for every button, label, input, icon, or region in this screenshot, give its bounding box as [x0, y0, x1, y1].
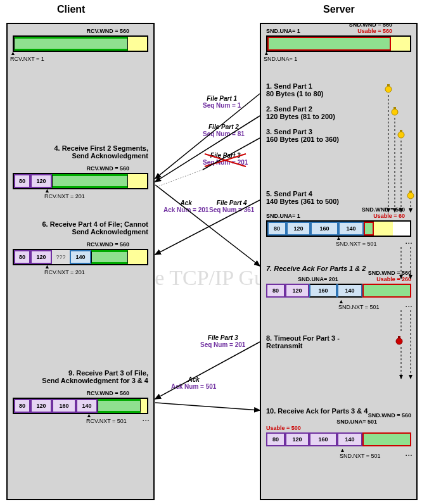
- segment-80: 80: [14, 174, 30, 188]
- server-title: Server: [323, 4, 355, 15]
- server-window-3: SND.UNA= 201 SND.WND = 560 Usable = 260 …: [266, 284, 411, 298]
- snd-nxt-ptr: SND.NXT = 501: [340, 448, 381, 459]
- svg-rect-7: [409, 191, 412, 192]
- usable-label: Usable = 60: [373, 213, 405, 219]
- segment-80: 80: [267, 222, 286, 236]
- client-window-4: RCV.WND = 560 80 120 160 140 ... RCV.NXT…: [13, 398, 148, 414]
- segment-80: 80: [266, 284, 285, 298]
- timer-icon: [396, 129, 406, 139]
- step-3: 3. Send Part 3 160 Bytes (201 to 360): [266, 128, 411, 143]
- snd-una-label: SND.UNA= 1: [266, 213, 300, 219]
- svg-point-4: [398, 132, 404, 138]
- segment-140: 140: [70, 250, 91, 264]
- svg-line-17: [155, 185, 260, 266]
- ellipsis-icon: ...: [142, 413, 150, 423]
- segment-gap: ???: [52, 250, 70, 264]
- rcv-wnd-label: RCV.WND = 560: [87, 165, 129, 172]
- svg-rect-9: [398, 336, 400, 338]
- step-9: 9. Receive Part 3 of File, Send Acknowle…: [13, 369, 148, 384]
- snd-una-ptr: SND.UNA= 1: [264, 51, 297, 62]
- segment-140: 140: [337, 284, 362, 298]
- segment-140: 140: [76, 399, 98, 413]
- snd-wnd-label: SND.WND = 560: [362, 206, 405, 213]
- snd-wnd-label: SND.WND = 560: [368, 270, 411, 276]
- segment-140: 140: [337, 432, 362, 446]
- msg-ack1: AckAck Num = 201: [163, 199, 208, 213]
- svg-rect-1: [387, 84, 390, 86]
- segment-120: 120: [285, 432, 309, 446]
- timer-icon: [406, 190, 416, 200]
- segment-120: 120: [30, 174, 52, 188]
- client-title: Client: [57, 4, 85, 15]
- msg-ack2: AckAck Num = 501: [171, 376, 216, 390]
- segment-120: 120: [30, 250, 52, 264]
- segment-120: 120: [30, 399, 52, 413]
- step-4: 4. Receive First 2 Segments, Send Acknow…: [13, 144, 148, 160]
- svg-rect-5: [400, 130, 402, 132]
- msg-filepart3r: File Part 3Seq Num = 201: [200, 334, 245, 348]
- segment-80: 80: [14, 250, 30, 264]
- segment-80: 80: [266, 432, 285, 446]
- client-window-1: RCV.WND = 560 RCV.NXT = 1: [13, 35, 148, 52]
- timer-icon-expired: [394, 336, 404, 346]
- snd-una-label: SND.UNA= 501: [336, 419, 377, 425]
- timer-icon: [383, 84, 393, 94]
- client-column: RCV.WND = 560 RCV.NXT = 1 4. Receive Fir…: [6, 23, 155, 500]
- server-window-1: SND.UNA= 1 SND.WND = 560 Usable = 560 SN…: [266, 35, 411, 52]
- rcv-nxt-ptr: RCV.NXT = 501: [86, 413, 127, 424]
- svg-line-19: [155, 403, 260, 410]
- usable-label: Usable = 500: [266, 425, 301, 431]
- msg-filepart2: File Part 2Seq Num = 81: [203, 123, 245, 137]
- rcv-nxt-ptr: RCV.NXT = 201: [44, 188, 85, 199]
- step-5: 5. Send Part 4 140 Bytes (361 to 500): [266, 190, 411, 205]
- svg-point-8: [396, 338, 402, 344]
- segment-80: 80: [14, 399, 30, 413]
- svg-point-2: [392, 109, 398, 115]
- segment-120: 120: [285, 284, 309, 298]
- usable-label: Usable = 560: [357, 28, 392, 34]
- ellipsis-icon: ...: [405, 448, 412, 458]
- segment-160: 160: [310, 222, 338, 236]
- step-8: 8. Timeout For Part 3 - Retransmit: [266, 334, 411, 350]
- snd-nxt-ptr: SND.NXT = 501: [336, 236, 377, 247]
- segment-120: 120: [286, 222, 310, 236]
- ellipsis-icon: ...: [405, 299, 412, 309]
- rcv-nxt-ptr: RCV.NXT = 1: [10, 51, 44, 62]
- snd-wnd-label: SND.WND = 560: [349, 22, 392, 28]
- cross-icon: [201, 151, 252, 170]
- client-window-2: RCV.WND = 560 80 120 RCV.NXT = 201: [13, 173, 148, 189]
- server-window-4: SND.UNA= 501 SND.WND = 560 Usable = 500 …: [266, 432, 411, 446]
- usable-label: Usable = 260: [376, 276, 411, 282]
- svg-point-0: [385, 86, 392, 92]
- segment-160: 160: [309, 284, 337, 298]
- snd-una-label: SND.UNA= 201: [298, 276, 338, 282]
- rcv-nxt-ptr: RCV.NXT = 201: [44, 264, 85, 275]
- segment-160: 160: [309, 432, 337, 446]
- ellipsis-icon: ...: [405, 236, 412, 246]
- server-window-2: SND.UNA= 1 SND.WND = 560 Usable = 60 80 …: [266, 220, 411, 237]
- svg-line-15: [155, 170, 203, 187]
- rcv-wnd-label: RCV.WND = 560: [87, 28, 129, 34]
- server-column: SND.UNA= 1 SND.WND = 560 Usable = 560 SN…: [260, 23, 418, 500]
- svg-line-18: [155, 342, 260, 399]
- svg-point-6: [407, 192, 414, 199]
- client-window-3: RCV.WND = 560 80 120 ??? 140 RCV.NXT = 2…: [13, 249, 148, 265]
- snd-una-label: SND.UNA= 1: [266, 28, 300, 34]
- segment-160: 160: [52, 399, 76, 413]
- step-6: 6. Receive Part 4 of File; Cannot Send A…: [13, 220, 148, 236]
- svg-rect-3: [393, 107, 396, 109]
- snd-wnd-label: SND.WND = 560: [368, 412, 411, 419]
- msg-filepart4: File Part 4Seq Num = 361: [209, 199, 254, 213]
- msg-filepart1: File Part 1Seq Num = 1: [203, 95, 241, 109]
- snd-nxt-ptr: SND.NXT = 501: [338, 299, 380, 310]
- rcv-wnd-label: RCV.WND = 560: [87, 241, 129, 248]
- timer-icon: [390, 106, 400, 117]
- segment-140: 140: [338, 222, 364, 236]
- rcv-wnd-label: RCV.WND = 560: [87, 390, 129, 396]
